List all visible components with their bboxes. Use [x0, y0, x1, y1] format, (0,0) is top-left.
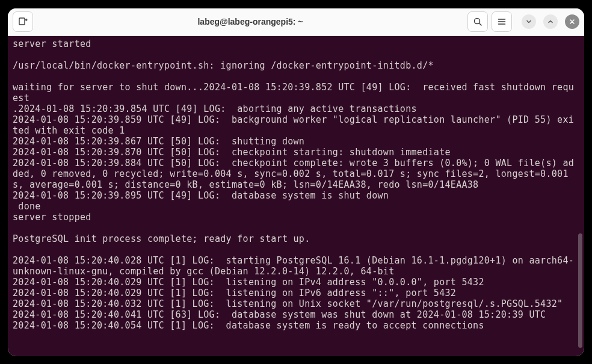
titlebar-right	[467, 11, 579, 32]
close-icon	[569, 19, 575, 25]
titlebar-left	[13, 11, 33, 32]
scrollbar-thumb[interactable]	[578, 233, 582, 348]
window-controls	[522, 14, 579, 29]
chevron-up-icon	[547, 19, 553, 25]
close-button[interactable]	[565, 14, 579, 29]
titlebar: labeg@labeg-orangepi5: ~	[8, 8, 584, 36]
new-tab-icon	[18, 17, 28, 26]
hamburger-icon	[497, 17, 507, 26]
search-button[interactable]	[467, 11, 488, 32]
terminal-window: labeg@labeg-orangepi5: ~	[8, 8, 584, 356]
menu-button[interactable]	[492, 11, 512, 32]
search-icon	[473, 17, 483, 26]
minimize-button[interactable]	[522, 14, 536, 29]
window-title: labeg@labeg-orangepi5: ~	[38, 17, 463, 26]
terminal-output: server started /usr/local/bin/docker-ent…	[13, 39, 579, 331]
new-tab-button[interactable]	[13, 11, 33, 32]
svg-rect-0	[19, 18, 25, 25]
terminal-area[interactable]: server started /usr/local/bin/docker-ent…	[8, 36, 584, 356]
chevron-down-icon	[526, 19, 532, 25]
maximize-button[interactable]	[543, 14, 558, 29]
